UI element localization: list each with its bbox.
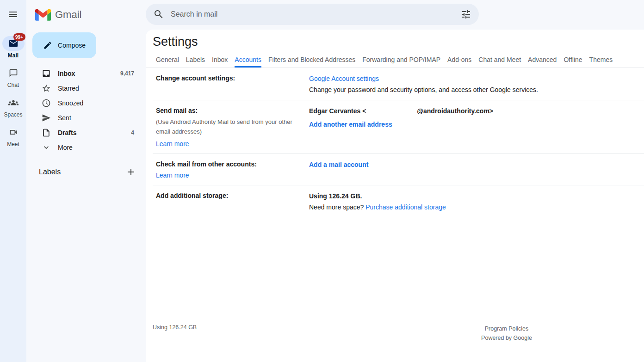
rail-item-spaces[interactable]: Spaces (0, 95, 26, 125)
rail-item-label: Meet (7, 141, 19, 147)
chat-pill (2, 66, 25, 80)
sidebar-item-starred[interactable]: Starred (28, 81, 141, 96)
spaces-pill (2, 95, 25, 110)
plus-icon (125, 166, 136, 178)
sidebar-item-label: Starred (58, 85, 79, 92)
sidebar-item-label: Sent (58, 114, 71, 122)
settings-row-storage: Add additional storage: Using 126.24 GB.… (153, 185, 644, 217)
learn-more-link[interactable]: Learn more (156, 172, 189, 179)
rail-item-label: Spaces (4, 111, 22, 118)
row-note: (Use Android Authority Mail to send from… (153, 117, 302, 136)
sidebar-item-label: Drafts (58, 129, 76, 136)
purchase-storage-link[interactable]: Purchase additional storage (365, 203, 446, 211)
tab-labels[interactable]: Labels (186, 53, 205, 67)
search-button[interactable] (153, 9, 164, 20)
learn-more-link[interactable]: Learn more (156, 140, 189, 147)
pencil-icon (43, 41, 52, 50)
rail-nav: 99+ Mail Chat Spaces Meet (0, 36, 26, 154)
storage-usage-footer: Using 126.24 GB (153, 324, 197, 331)
settings-row-change-account: Change account settings: Google Account … (153, 68, 644, 100)
sidebar-item-sent[interactable]: Sent (28, 110, 141, 125)
rail-item-mail[interactable]: 99+ Mail (0, 36, 26, 66)
compose-label: Compose (58, 42, 86, 49)
tab-general[interactable]: General (156, 53, 179, 67)
star-icon (42, 84, 51, 93)
row-label: Check mail from other accounts: (153, 160, 309, 168)
storage-usage-text: Using 126.24 GB. (309, 192, 644, 201)
tab-forwarding[interactable]: Forwarding and POP/IMAP (362, 53, 440, 67)
compose-button[interactable]: Compose (32, 32, 96, 58)
hamburger-icon (7, 9, 19, 20)
app-rail: 99+ Mail Chat Spaces Meet (0, 0, 26, 362)
chevron-down-icon (42, 143, 51, 152)
search-icon (153, 9, 164, 20)
rail-item-chat[interactable]: Chat (0, 66, 26, 95)
inbox-count: 9,417 (120, 70, 134, 77)
tab-accounts[interactable]: Accounts (235, 53, 261, 67)
send-icon (42, 113, 51, 123)
search-bar[interactable] (146, 4, 479, 25)
sender-email-domain: @androidauthority.com> (417, 107, 493, 115)
inbox-icon (42, 69, 51, 78)
sidebar-item-drafts[interactable]: Drafts 4 (28, 125, 141, 140)
search-options-button[interactable] (460, 9, 471, 20)
add-mail-account-link[interactable]: Add a mail account (309, 161, 368, 168)
footer-links: Program Policies Powered by Google (465, 324, 548, 343)
draft-icon (42, 128, 51, 137)
chat-icon (9, 68, 18, 78)
tab-chat-meet[interactable]: Chat and Meet (478, 53, 521, 67)
sidebar-item-label: More (58, 144, 73, 151)
sidebar-item-inbox[interactable]: Inbox 9,417 (28, 66, 141, 81)
labels-heading: Labels (39, 168, 61, 176)
meet-icon (9, 128, 18, 137)
gmail-logo[interactable]: Gmail (35, 0, 81, 30)
sidebar-item-label: Inbox (58, 70, 75, 77)
settings-row-send-mail-as: Send mail as: (Use Android Authority Mai… (153, 100, 644, 154)
settings-tabs: General Labels Inbox Accounts Filters an… (146, 53, 644, 68)
main-menu-button[interactable] (7, 9, 19, 20)
add-another-email-link[interactable]: Add another email address (309, 121, 392, 128)
row-description: Change your password and security option… (309, 86, 644, 94)
sidebar-item-snoozed[interactable]: Snoozed (28, 96, 141, 110)
unread-badge: 99+ (13, 33, 25, 41)
sidebar-item-label: Snoozed (58, 99, 83, 107)
create-label-button[interactable] (125, 166, 136, 178)
rail-item-label: Chat (7, 82, 19, 88)
clock-icon (42, 98, 51, 108)
tab-filters[interactable]: Filters and Blocked Addresses (268, 53, 355, 67)
sidebar-item-more[interactable]: More (28, 140, 141, 155)
mail-selected-pill: 99+ (2, 36, 25, 51)
google-account-settings-link[interactable]: Google Account settings (309, 75, 379, 82)
sidebar-nav: Inbox 9,417 Starred Snoozed Sent Drafts … (28, 66, 141, 155)
tab-addons[interactable]: Add-ons (447, 53, 471, 67)
settings-row-check-mail: Check mail from other accounts: Learn mo… (153, 154, 644, 185)
drafts-count: 4 (131, 129, 134, 136)
row-label: Change account settings: (153, 74, 309, 82)
storage-prompt: Need more space? (309, 203, 364, 211)
tab-advanced[interactable]: Advanced (528, 53, 557, 67)
page-title: Settings (153, 34, 644, 49)
tab-themes[interactable]: Themes (589, 53, 613, 67)
meet-pill (2, 125, 25, 140)
rail-item-label: Mail (8, 52, 19, 59)
spaces-icon (8, 98, 19, 108)
search-input[interactable] (171, 10, 460, 18)
tab-offline[interactable]: Offline (564, 53, 582, 67)
settings-rows: Change account settings: Google Account … (153, 68, 644, 217)
rail-item-meet[interactable]: Meet (0, 125, 26, 154)
gmail-m-icon (35, 9, 51, 21)
sender-name: Edgar Cervantes < (309, 107, 366, 115)
gmail-wordmark: Gmail (55, 9, 81, 21)
row-label: Add additional storage: (153, 192, 309, 199)
tune-icon (460, 9, 471, 20)
powered-by-google: Powered by Google (465, 333, 548, 343)
program-policies-link[interactable]: Program Policies (465, 324, 548, 333)
tab-inbox[interactable]: Inbox (212, 53, 228, 67)
row-label: Send mail as: (153, 107, 309, 114)
labels-section-header: Labels (28, 166, 141, 178)
settings-panel: Settings General Labels Inbox Accounts F… (146, 30, 644, 362)
